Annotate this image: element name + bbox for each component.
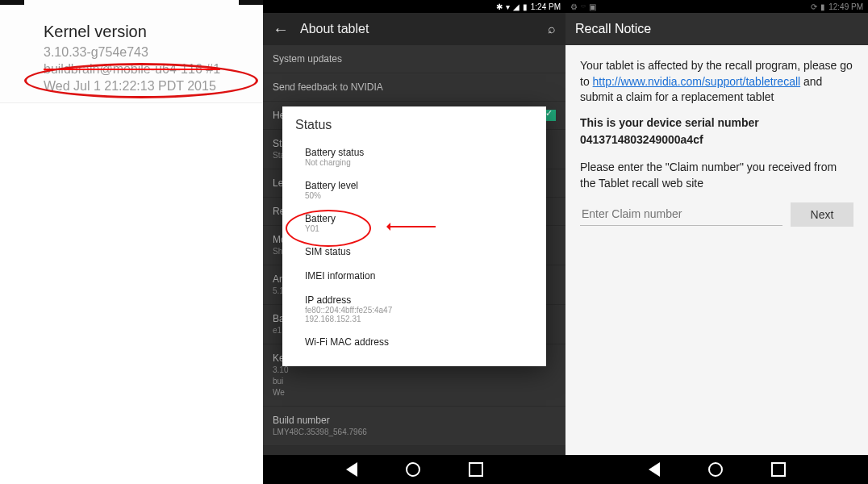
item-build[interactable]: Build numberLMY48C.35398_564.7966 <box>263 407 565 446</box>
nav-recent-icon[interactable] <box>771 462 786 477</box>
app-bar: Recall Notice <box>565 13 868 45</box>
row-battery-level[interactable]: Battery level50% <box>282 173 546 207</box>
recall-link[interactable]: http://www.nvidia.com/support/tabletreca… <box>593 75 801 88</box>
row-battery[interactable]: BatteryY01 <box>282 207 546 240</box>
status-bar: ⚙ ⌔ ▣ ⟳ ▮ 12:49 PM <box>565 0 868 13</box>
settings-icon: ⚙ <box>570 2 578 11</box>
nav-home-icon[interactable] <box>708 462 723 477</box>
nav-recent-icon[interactable] <box>469 462 483 477</box>
appbar-title: Recall Notice <box>575 22 858 36</box>
row-sim-status[interactable]: SIM status <box>282 240 546 264</box>
nav-bar <box>263 455 565 484</box>
annotation-arrow <box>387 226 436 227</box>
kernel-heading: Kernel version <box>44 23 220 41</box>
back-icon[interactable]: ← <box>273 20 287 39</box>
signal-icon: ◢ <box>513 2 520 11</box>
clock: 1:24 PM <box>531 2 561 11</box>
wifi-off-icon: ⌔ <box>581 2 586 11</box>
battery-icon: ▮ <box>820 2 825 11</box>
nav-bar <box>565 455 868 484</box>
search-icon[interactable]: ⌕ <box>548 22 556 36</box>
serial-label: This is your device serial number <box>580 115 853 131</box>
recall-text: Your tablet is affected by the recall pr… <box>580 58 853 106</box>
bluetooth-icon: ✱ <box>496 2 503 11</box>
nav-back-icon[interactable] <box>346 462 357 477</box>
nav-back-icon[interactable] <box>649 462 660 477</box>
next-button[interactable]: Next <box>791 202 853 227</box>
app-bar: ← About tablet ⌕ <box>263 13 565 45</box>
checkbox-icon[interactable] <box>545 110 556 121</box>
recall-body: Your tablet is affected by the recall pr… <box>565 45 868 240</box>
wifi-icon: ▾ <box>506 2 510 11</box>
row-imei[interactable]: IMEI information <box>282 264 546 288</box>
cast-icon: ▣ <box>589 2 596 11</box>
status-dialog: Status Battery statusNot charging Batter… <box>282 106 546 366</box>
kernel-line2: buildbrain@mobile-u64-116 #1 <box>44 61 220 78</box>
appbar-title: About tablet <box>300 22 548 36</box>
nav-home-icon[interactable] <box>406 462 420 477</box>
serial-value: 0413714803249000a4cf <box>580 132 853 148</box>
pane-recall-notice: ⚙ ⌔ ▣ ⟳ ▮ 12:49 PM Recall Notice Your ta… <box>565 0 868 484</box>
rotate-icon: ⟳ <box>811 2 817 11</box>
battery-icon: ▮ <box>523 2 528 11</box>
clock: 12:49 PM <box>828 2 863 11</box>
kernel-line3: Wed Jul 1 21:22:13 PDT 2015 <box>44 78 220 95</box>
row-wifi-mac[interactable]: Wi-Fi MAC address <box>282 330 546 354</box>
status-bar: ✱ ▾ ◢ ▮ 1:24 PM <box>263 0 565 13</box>
dialog-title: Status <box>282 118 546 140</box>
pane-kernel-version: Kernel version 3.10.33-g754e743 buildbra… <box>0 0 263 484</box>
claim-prompt: Please enter the "Claim number" you rece… <box>580 160 853 191</box>
item-send-feedback[interactable]: Send feedback to NVIDIA <box>263 73 565 102</box>
kernel-line1: 3.10.33-g754e743 <box>44 44 220 61</box>
row-ip[interactable]: IP addressfe80::204:4bff:fe25:4a47 192.1… <box>282 288 546 330</box>
pane-about-tablet: ✱ ▾ ◢ ▮ 1:24 PM ← About tablet ⌕ System … <box>263 0 565 484</box>
item-system-updates[interactable]: System updates <box>263 45 565 73</box>
kernel-card: Kernel version 3.10.33-g754e743 buildbra… <box>0 0 263 103</box>
row-battery-status[interactable]: Battery statusNot charging <box>282 140 546 173</box>
claim-number-input[interactable] <box>580 202 782 226</box>
